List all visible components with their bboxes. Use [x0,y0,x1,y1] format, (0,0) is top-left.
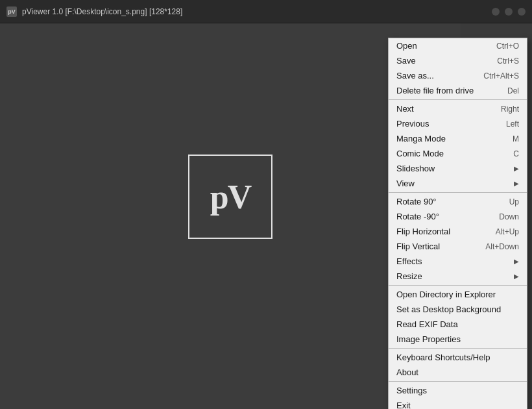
menu-arrow-view: ▶ [514,180,519,187]
menu-label-flip-horizontal: Flip Horizontal [396,227,496,236]
menu-shortcut-flip-horizontal: Alt+Up [496,227,519,236]
menu-item-manga-mode[interactable]: Manga ModeM [389,131,527,146]
menu-label-keyboard-shortcuts: Keyboard Shortcuts/Help [396,353,519,362]
menu-item-image-properties[interactable]: Image Properties [389,332,527,347]
app-logo-text: pV [210,178,250,216]
window-controls [492,8,526,16]
menu-label-about: About [396,367,519,377]
window-title: pViewer 1.0 [F:\Desktop\icon_s.png] [128… [22,7,182,16]
menu-item-save[interactable]: SaveCtrl+S [389,53,527,68]
menu-item-keyboard-shortcuts[interactable]: Keyboard Shortcuts/Help [389,350,527,365]
menu-label-delete-file: Delete file from drive [396,86,507,95]
menu-shortcut-next: Right [501,105,519,114]
menu-separator-sep1 [389,99,527,100]
title-bar: pV pViewer 1.0 [F:\Desktop\icon_s.png] [… [0,0,532,23]
menu-arrow-effects: ▶ [514,258,519,265]
menu-shortcut-rotate-neg90: Down [499,212,519,221]
menu-label-open: Open [396,41,496,51]
menu-label-save-as: Save as... [396,71,483,81]
menu-item-read-exif[interactable]: Read EXIF Data [389,317,527,332]
menu-item-about[interactable]: About [389,365,527,380]
menu-item-rotate-90[interactable]: Rotate 90°Up [389,194,527,209]
menu-item-open-directory[interactable]: Open Directory in Explorer [389,287,527,302]
menu-item-comic-mode[interactable]: Comic ModeC [389,146,527,161]
app-icon: pV [6,6,17,17]
menu-item-rotate-neg90[interactable]: Rotate -90°Down [389,209,527,224]
menu-shortcut-open: Ctrl+O [496,42,519,51]
maximize-button[interactable] [505,8,513,16]
menu-shortcut-comic-mode: C [513,149,519,158]
menu-label-rotate-neg90: Rotate -90° [396,212,499,221]
menu-item-resize[interactable]: Resize▶ [389,269,527,284]
menu-shortcut-save: Ctrl+S [497,56,519,66]
menu-arrow-resize: ▶ [514,273,519,280]
menu-separator-sep4 [389,348,527,349]
menu-label-effects: Effects [396,256,514,266]
menu-shortcut-delete-file: Del [507,86,519,95]
menu-label-open-directory: Open Directory in Explorer [396,290,519,299]
menu-label-slideshow: Slideshow [396,164,514,173]
menu-item-save-as[interactable]: Save as...Ctrl+Alt+S [389,68,527,83]
menu-item-open[interactable]: OpenCtrl+O [389,38,527,53]
context-menu: OpenCtrl+OSaveCtrl+SSave as...Ctrl+Alt+S… [388,38,527,409]
menu-item-next[interactable]: NextRight [389,101,527,116]
menu-label-next: Next [396,104,501,114]
menu-label-resize: Resize [396,271,514,281]
menu-separator-sep3 [389,285,527,286]
menu-shortcut-manga-mode: M [513,134,519,143]
menu-label-set-desktop: Set as Desktop Background [396,304,519,314]
menu-label-image-properties: Image Properties [396,334,519,344]
app-logo-container: pV [188,155,272,239]
menu-shortcut-previous: Left [506,119,519,129]
menu-label-flip-vertical: Flip Vertical [396,242,485,251]
menu-item-previous[interactable]: PreviousLeft [389,116,527,131]
menu-shortcut-flip-vertical: Alt+Down [485,242,519,251]
menu-label-view: View [396,179,514,188]
menu-label-comic-mode: Comic Mode [396,149,513,158]
menu-item-flip-vertical[interactable]: Flip VerticalAlt+Down [389,239,527,254]
menu-item-set-desktop[interactable]: Set as Desktop Background [389,302,527,317]
menu-label-manga-mode: Manga Mode [396,134,513,143]
menu-shortcut-save-as: Ctrl+Alt+S [483,71,519,81]
menu-label-read-exif: Read EXIF Data [396,319,519,329]
menu-separator-sep5 [389,381,527,382]
close-button[interactable] [518,8,526,16]
menu-item-effects[interactable]: Effects▶ [389,254,527,269]
menu-label-exit: Exit [396,401,519,409]
menu-separator-sep2 [389,192,527,193]
menu-label-settings: Settings [396,386,519,395]
menu-label-save: Save [396,56,497,66]
menu-item-view[interactable]: View▶ [389,176,527,191]
menu-item-settings[interactable]: Settings [389,383,527,398]
menu-item-exit[interactable]: Exit [389,398,527,409]
menu-arrow-slideshow: ▶ [514,165,519,172]
minimize-button[interactable] [492,8,500,16]
menu-label-rotate-90: Rotate 90° [396,197,509,206]
menu-label-previous: Previous [396,119,506,129]
menu-shortcut-rotate-90: Up [509,197,519,206]
menu-item-flip-horizontal[interactable]: Flip HorizontalAlt+Up [389,224,527,239]
menu-item-delete-file[interactable]: Delete file from driveDel [389,83,527,98]
menu-item-slideshow[interactable]: Slideshow▶ [389,161,527,176]
